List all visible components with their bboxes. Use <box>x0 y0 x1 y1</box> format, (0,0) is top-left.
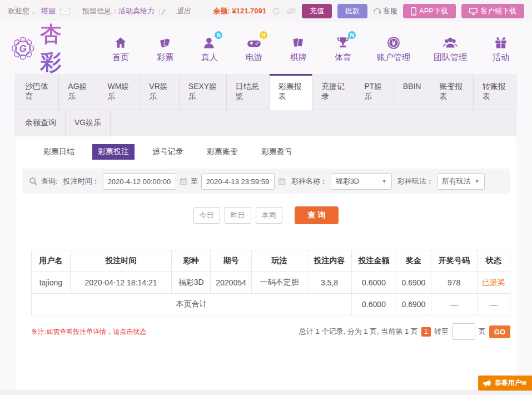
calendar-icon[interactable] <box>278 177 286 185</box>
hot-badge: H <box>260 31 267 39</box>
nav-item-sports[interactable]: N 体育 <box>323 33 363 63</box>
summary-bet-total: 0.6000 <box>351 294 396 315</box>
search-button[interactable]: 查 询 <box>295 206 339 224</box>
subtab-lottery-daily[interactable]: 彩票日结 <box>38 144 80 160</box>
subtab-lottery-pnl[interactable]: 彩票盈亏 <box>256 144 298 160</box>
subtab-lottery-change[interactable]: 彩票账变 <box>201 144 243 160</box>
ticket-icon <box>158 33 172 50</box>
cell-draw-number: 978 <box>431 272 477 294</box>
logout-link[interactable]: 退出 <box>176 6 191 16</box>
summary-draw: — <box>431 294 477 315</box>
nav-label: 首页 <box>112 52 129 63</box>
pagination: 总计 1 个记录, 分为 1 页, 当前第 1 页 1 转至 页 GO <box>299 323 510 340</box>
nav-item-lottery[interactable]: 彩票 <box>145 33 185 63</box>
col-draw-number: 开奖号码 <box>431 250 477 272</box>
gamepad-icon: H <box>246 33 262 50</box>
cell-prize: 0.6900 <box>396 272 431 294</box>
logo-text: 杏彩 <box>40 20 74 77</box>
welcome-text: 欢迎您， <box>8 6 37 16</box>
nav-item-live[interactable]: N 真人 <box>190 33 230 63</box>
go-button[interactable]: GO <box>489 325 510 338</box>
nav-label: 彩票 <box>157 52 173 63</box>
tab-balance-query[interactable]: 余额查询 <box>16 110 66 136</box>
subtab-chase-records[interactable]: 追号记录 <box>147 144 189 160</box>
nav-item-home[interactable]: 首页 <box>101 33 141 63</box>
time-from-input[interactable] <box>103 173 176 190</box>
nav-label: 棋牌 <box>290 52 307 63</box>
mail-icon[interactable] <box>60 8 70 15</box>
goto-label: 转至 <box>434 327 449 337</box>
tab-ag[interactable]: AG娱乐 <box>59 74 98 110</box>
goto-page-input[interactable] <box>452 323 475 340</box>
client-download-label: 客户端下载 <box>480 6 516 16</box>
edit-icon[interactable] <box>159 8 166 15</box>
summary-prize-total: 0.6900 <box>396 294 431 315</box>
recharge-button[interactable]: 充值 <box>302 4 332 18</box>
tab-lottery-report[interactable]: 彩票报表 <box>270 74 312 110</box>
col-bet-content: 投注内容 <box>307 250 351 272</box>
tab-account-change[interactable]: 账变报表 <box>430 74 473 110</box>
table-header-row: 用户名 投注时间 彩种 期号 玩法 投注内容 投注金额 奖金 开奖号码 状态 <box>32 250 510 272</box>
customer-service[interactable]: 客服 <box>373 6 397 16</box>
tab-transfer-report[interactable]: 转账报表 <box>474 74 516 110</box>
new-badge: N <box>348 31 356 39</box>
nav-item-account[interactable]: ¥ 账户管理 <box>367 33 420 63</box>
reserved-info: 预留信息：活动真给力 <box>82 6 155 16</box>
nav-item-promo[interactable]: 活动 <box>481 33 521 63</box>
tab-pt[interactable]: PT娱乐 <box>355 74 394 110</box>
table-footer: 备注:如需查看投注单详情，请点击状态 总计 1 个记录, 分为 1 页, 当前第… <box>31 323 510 340</box>
tabs-row-1: 沙巴体育 AG娱乐 WM娱乐 VR娱乐 SEXY娱乐 日结总览 彩票报表 充提记… <box>16 74 516 110</box>
today-button[interactable]: 今日 <box>193 207 220 224</box>
username[interactable]: 塔囼 <box>41 6 56 16</box>
to-label: 至 <box>191 176 198 186</box>
status-link[interactable]: 已派奖 <box>477 272 510 294</box>
cards-icon <box>291 33 306 50</box>
nav-label: 活动 <box>493 52 509 63</box>
trophy-icon: N <box>336 33 350 50</box>
quick-actions: 今日 昨日 本周 查 询 <box>16 206 516 224</box>
calendar-icon[interactable] <box>180 177 187 185</box>
lottery-select[interactable]: 福彩3D▼ <box>331 173 392 190</box>
tab-vg[interactable]: VG娱乐 <box>66 110 111 136</box>
main-panel: 沙巴体育 AG娱乐 WM娱乐 VR娱乐 SEXY娱乐 日结总览 彩票报表 充提记… <box>16 74 516 389</box>
refresh-icon[interactable] <box>272 7 281 16</box>
col-status: 状态 <box>477 250 510 272</box>
tab-vr[interactable]: VR娱乐 <box>140 74 180 110</box>
nav-label: 账户管理 <box>377 52 410 63</box>
nav-item-team[interactable]: 团队管理 <box>424 33 476 63</box>
summary-status: — <box>477 294 510 315</box>
query-label: 查询: <box>41 176 58 186</box>
sub-tabs: 彩票日结 彩票投注 追号记录 彩票账变 彩票盈亏 <box>16 136 516 164</box>
tab-sexy[interactable]: SEXY娱乐 <box>180 74 227 110</box>
nav-item-cards[interactable]: 棋牌 <box>279 33 319 63</box>
tab-shaba-sports[interactable]: 沙巴体育 <box>16 74 59 110</box>
time-to-input[interactable] <box>201 173 275 190</box>
chevron-down-icon: ▼ <box>475 179 480 184</box>
withdraw-button[interactable]: 提款 <box>337 4 367 18</box>
svg-text:¥: ¥ <box>391 39 396 47</box>
yesterday-button[interactable]: 昨日 <box>225 207 251 224</box>
col-username: 用户名 <box>32 250 71 272</box>
play-type-label: 彩种玩法： <box>397 176 434 186</box>
tab-bbin[interactable]: BBIN <box>394 74 431 110</box>
monitor-icon <box>469 8 478 15</box>
week-button[interactable]: 本周 <box>256 207 282 224</box>
tab-deposit-records[interactable]: 充提记录 <box>312 74 355 110</box>
note-text: 备注:如需查看投注单详情，请点击状态 <box>31 327 146 337</box>
nav-item-egames[interactable]: H 电游 <box>234 33 274 63</box>
logo[interactable]: G 杏彩 <box>11 20 74 77</box>
tab-daily-overview[interactable]: 日结总览 <box>227 74 270 110</box>
winner-notification[interactable]: 恭喜用户w <box>478 376 532 391</box>
play-type-select[interactable]: 所有玩法▼ <box>437 173 485 190</box>
tab-wm[interactable]: WM娱乐 <box>98 74 140 110</box>
phone-icon <box>411 7 416 16</box>
gift-icon <box>494 33 508 50</box>
eye-off-icon[interactable] <box>286 7 296 15</box>
nav-label: 电游 <box>246 52 262 63</box>
subtab-lottery-bets[interactable]: 彩票投注 <box>92 144 135 160</box>
client-download-button[interactable]: 客户端下载 <box>461 4 524 18</box>
app-download-button[interactable]: APP下载 <box>403 4 456 18</box>
page-1-button[interactable]: 1 <box>421 327 431 337</box>
nav-label: 体育 <box>335 52 351 63</box>
col-prize: 奖金 <box>396 250 431 272</box>
